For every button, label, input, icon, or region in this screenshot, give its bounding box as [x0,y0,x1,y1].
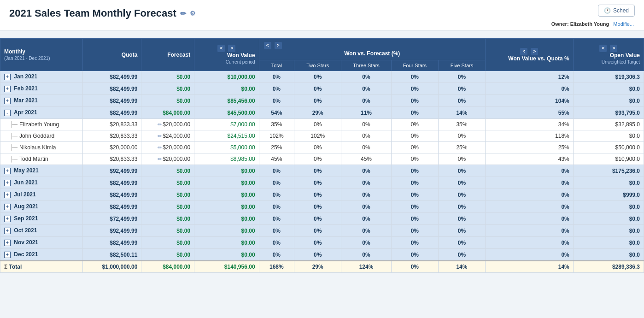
cell-wvf-total: 0% [259,177,294,189]
cell-wvf-four: 0% [391,237,438,249]
cell-wvf-five: 0% [438,130,485,142]
expand-icon[interactable]: + [4,180,11,186]
cell-wvf-three: 0% [341,142,391,153]
cell-forecast: ✏$20,000.00 [141,142,194,153]
schedule-button[interactable]: 🕐 Sched [598,5,635,17]
cell-forecast: $84,000.00 [141,261,194,273]
header-quota: Quota [82,39,141,71]
table-row-month: + Mar 2021 $82,499.99 $0.00 $85,456.00 0… [0,95,644,107]
cell-wvf-total: 0% [259,201,294,213]
cell-wvf-three: 0% [341,95,391,107]
cell-wvf-two: 0% [294,142,341,153]
title-text: 2021 Sales Team Monthly Forecast [9,7,176,19]
open-nav-right[interactable]: > [610,45,617,52]
cell-quota: $1,000,000.00 [82,261,141,273]
cell-quota: $20,833.33 [82,119,141,130]
expand-icon[interactable]: + [4,192,11,198]
table-row-month: + Jul 2021 $82,499.99 $0.00 $0.00 0% 0% … [0,189,644,201]
cell-wvf-five: 0% [438,225,485,237]
cell-wvf-two: 0% [294,165,341,177]
settings-icon[interactable]: ⚙ [190,10,196,17]
won-value-nav-right[interactable]: > [228,45,235,52]
cell-quota: $92,499.99 [82,225,141,237]
cell-won-value: $0.00 [194,225,259,237]
cell-month-label: + Dec 2021 [0,249,83,261]
expand-icon[interactable]: + [4,74,11,80]
pencil-icon[interactable]: ✏ [158,156,162,162]
open-nav-left[interactable]: < [599,45,607,52]
cell-wvf-three: 0% [341,71,391,83]
table-row-sub: ├─John Goddard $20,833.33 ✏$24,000.00 $2… [0,130,644,142]
cell-wvf-five: 14% [438,261,485,273]
cell-forecast: $0.00 [141,165,194,177]
expand-icon[interactable]: + [4,204,11,210]
header-wvf-total: Total [259,60,294,71]
expand-icon[interactable]: + [4,86,11,92]
cell-wvf-four: 0% [391,249,438,261]
won-value-nav-left[interactable]: < [217,45,225,52]
cell-wvf-total: 25% [259,142,294,153]
edit-icon[interactable]: ✏ [180,9,186,18]
cell-wvf-three: 0% [341,130,391,142]
wvf-nav-left[interactable]: < [264,42,271,49]
table-row-month: + Nov 2021 $82,499.99 $0.00 $0.00 0% 0% … [0,237,644,249]
cell-month-label: + Aug 2021 [0,201,83,213]
cell-open-value: $175,236.0 [573,165,644,177]
cell-forecast: $0.00 [141,225,194,237]
cell-wvf-two: 0% [294,225,341,237]
cell-won-value: $0.00 [194,165,259,177]
owner-name: Elizabeth Young [570,21,609,27]
cell-wvf-two: 0% [294,213,341,225]
cell-forecast: $0.00 [141,189,194,201]
expand-icon[interactable]: - [4,110,11,116]
expand-icon[interactable]: + [4,228,11,234]
page-title: 2021 Sales Team Monthly Forecast ✏ ⚙ [9,7,635,19]
cell-wvf-two: 0% [294,249,341,261]
cell-wvf-four: 0% [391,165,438,177]
cell-wvf-total: 0% [259,249,294,261]
cell-open-value: $0.0 [573,237,644,249]
cell-wvf-total: 0% [259,165,294,177]
cell-wvf-five: 0% [438,249,485,261]
header-wvf-five: Five Stars [438,60,485,71]
pencil-icon[interactable]: ✏ [158,145,162,150]
cell-wvf-three: 11% [341,107,391,119]
cell-quota-pct: 0% [485,165,573,177]
pencil-icon[interactable]: ✏ [158,133,162,139]
cell-open-value: $19,306.3 [573,71,644,83]
cell-wvf-four: 0% [391,71,438,83]
expand-icon[interactable]: + [4,240,11,246]
cell-forecast: ✏$20,000.00 [141,153,194,165]
cell-won-value: $0.00 [194,249,259,261]
cell-quota: $82,499.99 [82,107,141,119]
cell-wvf-total: 35% [259,119,294,130]
pencil-icon[interactable]: ✏ [158,122,162,127]
table-row-month: + Aug 2021 $82,499.99 $0.00 $0.00 0% 0% … [0,201,644,213]
cell-open-value: $0.0 [573,177,644,189]
cell-quota-pct: 118% [485,130,573,142]
modified-link[interactable]: Modifie... [613,21,634,27]
quota-pct-nav-right[interactable]: > [531,48,538,55]
quota-pct-nav-left[interactable]: < [520,48,527,55]
cell-wvf-two: 0% [294,95,341,107]
expand-icon[interactable]: + [4,98,11,104]
cell-forecast: $0.00 [141,201,194,213]
cell-wvf-three: 0% [341,177,391,189]
cell-wvf-three: 0% [341,225,391,237]
expand-icon[interactable]: + [4,168,11,174]
cell-wvf-four: 0% [391,153,438,165]
cell-quota: $20,833.33 [82,153,141,165]
cell-wvf-four: 0% [391,225,438,237]
cell-forecast: $0.00 [141,177,194,189]
expand-icon[interactable]: + [4,216,11,222]
cell-wvf-two: 0% [294,83,341,95]
cell-quota: $72,499.99 [82,213,141,225]
cell-wvf-five: 0% [438,95,485,107]
expand-icon[interactable]: + [4,252,11,258]
cell-wvf-five: 35% [438,119,485,130]
header-wvf-two: Two Stars [294,60,341,71]
clock-icon: 🕐 [604,7,611,14]
cell-wvf-four: 0% [391,201,438,213]
cell-wvf-five: 0% [438,153,485,165]
wvf-nav-right[interactable]: > [275,42,282,49]
